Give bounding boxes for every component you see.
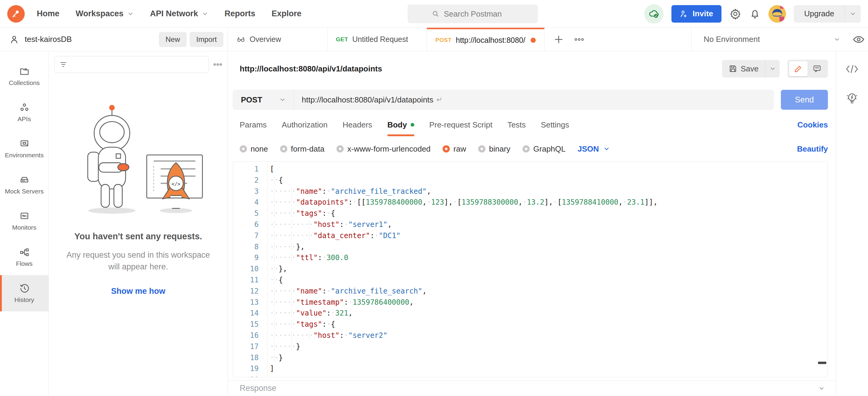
comment-button[interactable] <box>808 61 827 76</box>
code-line[interactable]: ······}, <box>270 241 828 253</box>
code-line[interactable]: ······"ttl":·300.0 <box>270 252 828 263</box>
beautify-link[interactable]: Beautify <box>797 144 828 154</box>
url-input[interactable]: http://localhost:8080/api/v1/datapoints <box>294 95 434 105</box>
code-line[interactable]: ······"name":·"archive_file_tracked", <box>270 186 828 197</box>
nav-reports[interactable]: Reports <box>225 9 255 19</box>
global-search[interactable] <box>408 4 538 23</box>
code-line[interactable]: ······"timestamp":·1359786400000, <box>270 297 828 308</box>
response-section-header[interactable]: Response <box>228 380 836 396</box>
editor-scrollbar-thumb[interactable] <box>818 362 827 364</box>
body-type-x-www-form-urlencoded[interactable]: x-www-form-urlencoded <box>337 144 431 154</box>
tab-options-icon[interactable] <box>574 37 584 42</box>
nav-explore[interactable]: Explore <box>272 9 302 19</box>
code-line[interactable]: ··········"host":·"server2" <box>270 330 828 341</box>
upgrade-caret-button[interactable] <box>844 5 861 23</box>
nav-workspaces[interactable]: Workspaces <box>76 9 134 19</box>
code-line[interactable]: ··{ <box>270 274 828 286</box>
person-icon <box>9 34 19 44</box>
code-line[interactable] <box>270 374 828 377</box>
show-me-how-link[interactable]: Show me how <box>111 287 165 296</box>
history-filter-input[interactable] <box>54 56 209 73</box>
cookies-link[interactable]: Cookies <box>798 120 828 130</box>
code-line[interactable]: ] <box>270 363 828 374</box>
radio-icon <box>337 145 344 153</box>
sidebar-item-mock-servers[interactable]: Mock Servers <box>0 167 49 203</box>
postman-logo-icon[interactable] <box>7 5 25 23</box>
upgrade-button[interactable]: Upgrade <box>794 5 844 23</box>
code-line[interactable]: ······"value":·321, <box>270 308 828 319</box>
method-select[interactable]: POST <box>233 90 294 109</box>
invite-button[interactable]: Invite <box>672 5 721 23</box>
sidebar-item-apis[interactable]: APIs <box>0 94 49 131</box>
sidebar-item-environments[interactable]: Environments <box>0 131 49 167</box>
code-lines[interactable]: [··{······"name":·"archive_file_tracked"… <box>268 164 828 377</box>
tab-untitled-request[interactable]: GETUntitled Request <box>328 28 427 51</box>
save-options-caret[interactable] <box>765 60 780 77</box>
notifications-bell-icon[interactable] <box>749 8 761 20</box>
pencil-icon <box>794 65 803 73</box>
code-line[interactable]: ··} <box>270 352 828 363</box>
sidebar-item-monitors[interactable]: Monitors <box>0 203 49 239</box>
body-type-graphql[interactable]: GraphQL <box>523 144 566 154</box>
lightbulb-icon[interactable] <box>846 92 858 105</box>
tab-post-localhost[interactable]: POSThttp://localhost:8080/ <box>427 28 545 51</box>
tab-overview[interactable]: Overview <box>228 28 328 51</box>
req-tab-tests[interactable]: Tests <box>507 113 526 136</box>
sidebar-item-flows[interactable]: Flows <box>0 239 49 275</box>
req-tab-settings[interactable]: Settings <box>541 113 569 136</box>
code-line[interactable]: ··········"host":·"server1", <box>270 219 828 230</box>
code-line[interactable]: ······"datapoints":·[[1359788400000,·123… <box>270 197 828 208</box>
sidebar-item-label: History <box>14 296 34 303</box>
environment-selector[interactable]: No Environment <box>691 28 852 51</box>
code-line[interactable]: ··{ <box>270 175 828 186</box>
mock-servers-icon <box>19 175 30 185</box>
req-tab-params[interactable]: Params <box>240 113 267 136</box>
settings-gear-icon[interactable] <box>729 8 741 20</box>
tab-method-label: POST <box>435 37 452 43</box>
code-line[interactable]: ··}, <box>270 263 828 274</box>
add-tab-button[interactable] <box>554 34 564 44</box>
send-button[interactable]: Send <box>781 90 828 110</box>
save-button[interactable]: Save <box>722 60 765 77</box>
req-tab-headers[interactable]: Headers <box>342 113 372 136</box>
comment-icon <box>813 65 821 73</box>
code-line[interactable]: ······} <box>270 341 828 352</box>
code-line[interactable]: ······"tags":·{ <box>270 208 828 219</box>
nav-api-network[interactable]: API Network <box>150 9 208 19</box>
req-tab-pre-request-script[interactable]: Pre-request Script <box>429 113 493 136</box>
workspace-name[interactable]: test-kairosDB <box>25 35 72 44</box>
req-tab-body[interactable]: Body <box>388 113 414 136</box>
edit-pencil-button[interactable] <box>789 61 808 76</box>
history-options-icon[interactable] <box>213 63 222 66</box>
body-type-none[interactable]: none <box>240 144 268 154</box>
nav-home[interactable]: Home <box>37 9 59 19</box>
history-clock-icon <box>19 283 30 294</box>
top-bar: HomeWorkspacesAPI NetworkReportsExplore … <box>0 0 868 28</box>
user-avatar[interactable] <box>769 5 786 23</box>
chevron-down-icon <box>279 96 286 103</box>
code-line[interactable]: [ <box>270 164 828 175</box>
code-line[interactable]: ··········"data_center":·"DC1" <box>270 230 828 241</box>
rocket-code-glyph: </> <box>171 181 180 187</box>
req-tab-label: Tests <box>507 120 526 130</box>
format-select[interactable]: JSON <box>578 144 610 154</box>
body-type-form-data[interactable]: form-data <box>280 144 324 154</box>
new-button[interactable]: New <box>159 32 187 47</box>
radio-icon <box>443 145 450 153</box>
req-tab-authorization[interactable]: Authorization <box>282 113 328 136</box>
import-button[interactable]: Import <box>190 32 223 47</box>
nav-label: Home <box>37 9 59 19</box>
body-code-editor[interactable]: 1234567891011121314151617181920 [··{····… <box>233 162 828 377</box>
environment-quick-look-eye-icon[interactable] <box>852 28 865 51</box>
search-input[interactable] <box>444 9 513 19</box>
code-line[interactable]: ······"name":·"archive_file_search", <box>270 286 828 297</box>
chevron-down-icon <box>849 10 856 17</box>
sidebar-item-history[interactable]: History <box>0 275 49 311</box>
body-type-binary[interactable]: binary <box>478 144 510 154</box>
sidebar-item-collections[interactable]: Collections <box>0 58 49 94</box>
code-line[interactable]: ······"tags":·{ <box>270 319 828 330</box>
body-type-raw[interactable]: raw <box>443 144 466 154</box>
request-tab-list: OverviewGETUntitled RequestPOSThttp://lo… <box>228 28 545 51</box>
code-snippet-icon[interactable] <box>845 64 859 74</box>
sync-status-icon[interactable] <box>644 4 663 24</box>
